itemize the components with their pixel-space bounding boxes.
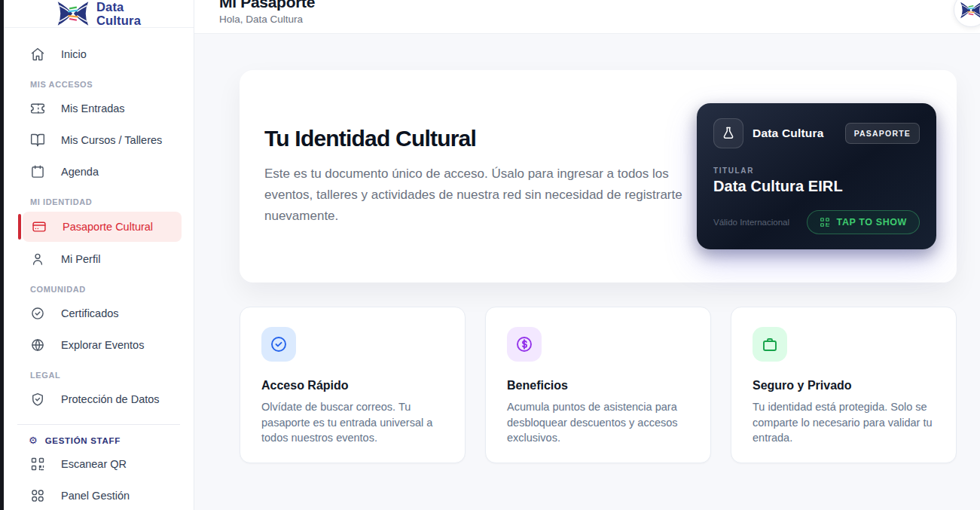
card-icon bbox=[32, 219, 47, 234]
sidebar-item-label: Explorar Eventos bbox=[61, 339, 144, 351]
hero-title: Tu Identidad Cultural bbox=[264, 126, 690, 151]
passport-brand: Data Cultura bbox=[753, 127, 824, 140]
feature-title: Beneficios bbox=[507, 379, 689, 392]
sidebar-item-pasaporte-cultural[interactable]: Pasaporte Cultural bbox=[18, 212, 182, 242]
tap-to-show-label: TAP TO SHOW bbox=[837, 217, 907, 228]
user-icon bbox=[30, 252, 45, 267]
staff-section-label: GESTIÓN STAFF bbox=[45, 436, 121, 445]
sidebar: Data Cultura Inicio MIS ACCESOS Mis Entr… bbox=[0, 0, 194, 510]
flask-icon bbox=[713, 118, 743, 148]
check-circle-icon bbox=[261, 327, 296, 362]
badge-check-icon bbox=[30, 306, 45, 321]
gear-icon: ⚙ bbox=[29, 435, 38, 445]
passport-card-header: Data Cultura PASAPORTE bbox=[713, 118, 920, 148]
sidebar-item-label: Panel Gestión bbox=[61, 490, 130, 502]
sidebar-item-mis-entradas[interactable]: Mis Entradas bbox=[4, 93, 194, 124]
feature-card-beneficios: Beneficios Acumula puntos de asistencia … bbox=[485, 307, 711, 463]
section-legal: LEGAL bbox=[4, 361, 194, 383]
brand-name: Data Cultura bbox=[96, 0, 141, 27]
feature-description: Tu identidad está protegida. Solo se com… bbox=[753, 399, 935, 446]
sidebar-item-label: Protección de Datos bbox=[61, 393, 160, 405]
hero-card: Tu Identidad Cultural Este es tu documen… bbox=[240, 70, 957, 282]
grid-icon bbox=[30, 488, 45, 503]
sidebar-item-label: Pasaporte Cultural bbox=[63, 221, 153, 233]
sidebar-item-label: Escanear QR bbox=[61, 458, 127, 470]
passport-card: Data Cultura PASAPORTE TITULAR Data Cult… bbox=[697, 103, 936, 249]
app-root: Data Cultura Inicio MIS ACCESOS Mis Entr… bbox=[0, 0, 980, 510]
qr-code-icon bbox=[30, 457, 45, 472]
active-indicator bbox=[18, 214, 21, 240]
staff-section-header: ⚙ GESTIÓN STAFF bbox=[4, 426, 194, 448]
section-comunidad: COMUNIDAD bbox=[4, 275, 194, 298]
sidebar-item-label: Mi Perfil bbox=[61, 253, 100, 265]
holder-name: Data Cultura EIRL bbox=[713, 178, 920, 195]
sidebar-item-explorar-eventos[interactable]: Explorar Eventos bbox=[4, 329, 194, 361]
feature-description: Olvídate de buscar correos. Tu pasaporte… bbox=[261, 399, 444, 446]
page-header: Mi Pasaporte Hola, Data Cultura bbox=[194, 0, 980, 34]
sidebar-item-label: Mis Cursos / Talleres bbox=[61, 134, 162, 146]
window-edge bbox=[0, 0, 4, 510]
validity-label: Válido Internacional bbox=[713, 218, 789, 227]
brand-logo-icon bbox=[960, 1, 980, 20]
sidebar-item-mi-perfil[interactable]: Mi Perfil bbox=[4, 243, 194, 275]
sidebar-item-label: Agenda bbox=[61, 166, 99, 178]
tap-to-show-button[interactable]: TAP TO SHOW bbox=[807, 210, 920, 234]
sidebar-item-label: Mis Entradas bbox=[61, 102, 125, 115]
page-greeting: Hola, Data Cultura bbox=[219, 14, 980, 25]
dollar-circle-icon bbox=[507, 327, 542, 362]
globe-icon bbox=[30, 337, 45, 353]
passport-card-footer: Válido Internacional TAP TO SHOW bbox=[713, 210, 920, 234]
main-area: Mi Pasaporte Hola, Data Cultura bbox=[194, 0, 980, 510]
page-title: Mi Pasaporte bbox=[219, 0, 980, 11]
ticket-icon bbox=[30, 101, 45, 116]
sidebar-divider bbox=[17, 424, 180, 425]
sidebar-item-certificados[interactable]: Certificados bbox=[4, 298, 194, 329]
sidebar-item-panel-gestion[interactable]: Panel Gestión bbox=[4, 480, 194, 510]
sidebar-item-inicio[interactable]: Inicio bbox=[4, 38, 194, 70]
holder-label: TITULAR bbox=[713, 166, 920, 175]
section-mis-accesos: MIS ACCESOS bbox=[4, 70, 194, 93]
book-open-icon bbox=[30, 133, 45, 148]
feature-description: Acumula puntos de asistencia para desblo… bbox=[507, 399, 689, 446]
feature-card-seguro-privado: Seguro y Privado Tu identidad está prote… bbox=[731, 307, 957, 463]
sidebar-item-agenda[interactable]: Agenda bbox=[4, 156, 194, 188]
feature-card-acceso-rapido: Acceso Rápido Olvídate de buscar correos… bbox=[240, 307, 466, 463]
feature-title: Seguro y Privado bbox=[753, 379, 935, 392]
shield-check-icon bbox=[30, 392, 45, 407]
feature-cards: Acceso Rápido Olvídate de buscar correos… bbox=[240, 307, 957, 463]
sidebar-item-label: Certificados bbox=[61, 307, 119, 319]
calendar-icon bbox=[30, 164, 45, 179]
brand-logo-icon bbox=[56, 0, 90, 27]
sidebar-item-label: Inicio bbox=[61, 48, 87, 60]
home-icon bbox=[30, 47, 45, 62]
sidebar-nav: Inicio MIS ACCESOS Mis Entradas Mis Curs… bbox=[4, 28, 194, 510]
feature-title: Acceso Rápido bbox=[261, 379, 444, 392]
hero-description: Este es tu documento único de acceso. Ús… bbox=[264, 163, 690, 227]
passport-holder-block: TITULAR Data Cultura EIRL bbox=[713, 166, 920, 195]
brand: Data Cultura bbox=[4, 0, 194, 28]
sidebar-item-mis-cursos[interactable]: Mis Cursos / Talleres bbox=[4, 124, 194, 156]
section-mi-identidad: MI IDENTIDAD bbox=[4, 188, 194, 210]
briefcase-icon bbox=[753, 327, 787, 362]
passport-badge: PASAPORTE bbox=[845, 123, 920, 144]
hero-copy: Tu Identidad Cultural Este es tu documen… bbox=[264, 126, 690, 227]
content: Tu Identidad Cultural Este es tu documen… bbox=[194, 34, 980, 510]
sidebar-item-escanear-qr[interactable]: Escanear QR bbox=[4, 448, 194, 480]
sidebar-item-proteccion-datos[interactable]: Protección de Datos bbox=[4, 383, 194, 415]
qr-code-icon bbox=[820, 217, 830, 228]
